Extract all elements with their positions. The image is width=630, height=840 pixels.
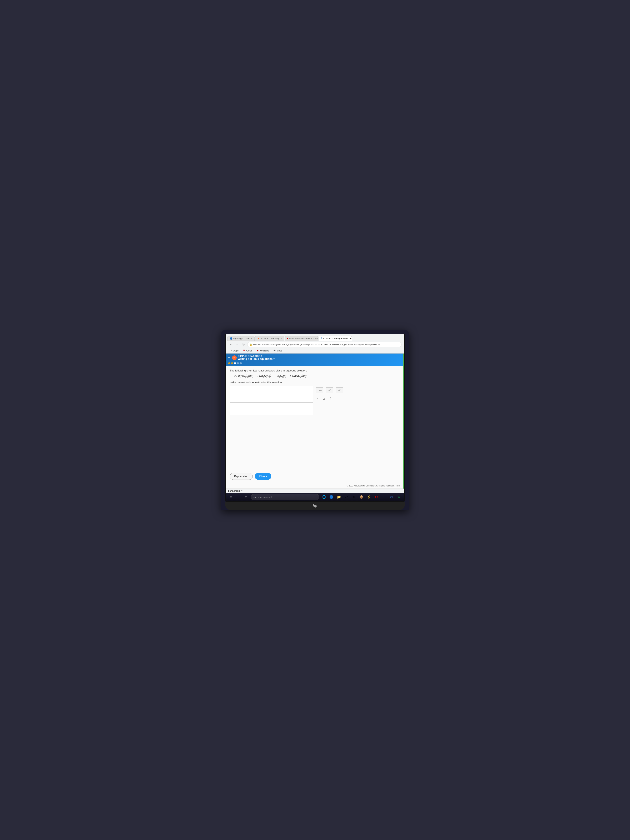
- help-button[interactable]: ?: [328, 396, 332, 402]
- bookmarks-bar: ⚙ Apps M Gmail ▶ YouTube 🗺 Maps: [227, 348, 403, 353]
- bookmark-gmail[interactable]: M Gmail: [242, 349, 253, 352]
- windows-start-button[interactable]: ⊞: [228, 494, 234, 500]
- tab-favicon-aleks-learn: A: [321, 337, 322, 340]
- equation-input-field[interactable]: [230, 403, 313, 415]
- clear-button[interactable]: ×: [316, 396, 319, 402]
- bookmark-label-gmail: Gmail: [246, 349, 252, 352]
- tab-label-aleks-learn: ALEKS - Lindsay Brooks - Learn: [323, 337, 352, 340]
- windows-taskbar: ⊞ ○ ⊡ ype here to search 🌐 🔵 📁 🛡 ✉ 📦 ⚡ O…: [226, 493, 404, 501]
- back-button[interactable]: ←: [229, 342, 234, 347]
- tab-aleks-chem[interactable]: ● ALEKS Chemistry ✕: [255, 336, 284, 341]
- section-tag: SIMPLE REACTIONS: [238, 355, 275, 357]
- aleks-title-block: SIMPLE REACTIONS Writing net ionic equat…: [238, 355, 275, 361]
- dropbox-icon[interactable]: 📦: [358, 494, 365, 500]
- answer-box-wrapper: [230, 386, 313, 415]
- tab-favicon-aleks-chem: ●: [257, 337, 260, 340]
- tab-favicon-mcgraw: ■: [287, 337, 288, 340]
- question-intro: The following chemical reaction takes pl…: [230, 369, 400, 372]
- tab-mywings[interactable]: 🔵 myWings - UNF ✕: [227, 336, 254, 341]
- tab-aleks-learn[interactable]: A ALEKS - Lindsay Brooks - Learn ✕: [319, 336, 352, 341]
- browser-chrome: 🔵 myWings - UNF ✕ ● ALEKS Chemistry ✕ ■ …: [226, 335, 404, 354]
- aleks-header: ≡ ●● SIMPLE REACTIONS Writing net ionic …: [226, 354, 404, 366]
- edge-icon[interactable]: 🌐: [321, 494, 327, 500]
- hamburger-icon[interactable]: ≡: [228, 355, 231, 360]
- apps-icon: ⚙: [230, 349, 233, 352]
- laptop-bottom-bezel: hp: [225, 502, 405, 510]
- download-chevron-icon[interactable]: ^: [242, 489, 243, 492]
- search-taskbar-icon: ○: [238, 496, 239, 499]
- progress-dot-1: [228, 362, 230, 365]
- office-icon[interactable]: O: [374, 494, 379, 500]
- topic-title: Writing net ionic equations: [238, 357, 273, 360]
- subscript-icon: □→□: [317, 389, 322, 392]
- teams-icon[interactable]: T: [381, 494, 387, 500]
- maps-icon: 🗺: [273, 349, 276, 352]
- word-icon[interactable]: W: [388, 494, 395, 500]
- page-footer: © 2021 McGraw-Hill Education. All Rights…: [226, 483, 404, 488]
- tab-label-mcgraw: McGraw-Hill Education Campus: [289, 337, 318, 340]
- answer-area: □→□ □□ □0 × ↺ ?: [230, 386, 400, 415]
- explanation-button[interactable]: Explanation: [230, 473, 253, 480]
- main-area: The following chemical reaction takes pl…: [226, 366, 404, 470]
- bookmark-youtube[interactable]: ▶ YouTube: [256, 349, 270, 352]
- bookmark-apps[interactable]: ⚙ Apps: [229, 349, 239, 352]
- file-explorer-icon[interactable]: 📁: [336, 494, 342, 500]
- bookmark-label-apps: Apps: [233, 349, 238, 352]
- taskbar-search-box[interactable]: ype here to search: [251, 494, 319, 500]
- progress-dot-4: [237, 362, 239, 365]
- bookmark-maps[interactable]: 🗺 Maps: [272, 349, 283, 352]
- tools-row-2: × ↺ ?: [316, 396, 343, 402]
- tab-mcgraw[interactable]: ■ McGraw-Hill Education Campus ✕: [285, 336, 318, 341]
- taskbar-system-icons: 🌐 🔵 📁 🛡 ✉ 📦 ⚡ O T W X: [321, 494, 402, 500]
- progress-dots: [226, 362, 404, 366]
- subscript-tool-button[interactable]: □→□: [316, 387, 323, 393]
- mail-icon[interactable]: ✉: [351, 494, 357, 500]
- answer-input-box[interactable]: [230, 386, 313, 403]
- progress-dot-5: [240, 362, 242, 365]
- bookmark-label-youtube: YouTube: [260, 349, 269, 352]
- address-text: www-awn.aleks.com/alekscgi/x/Isl.exe/1o_…: [253, 344, 380, 346]
- windows-security-icon[interactable]: 🛡: [344, 494, 349, 500]
- taskbar-search-placeholder: ype here to search: [253, 496, 272, 498]
- tab-close-mywings[interactable]: ✕: [251, 337, 252, 339]
- superscript-tool-button[interactable]: □□: [325, 387, 333, 393]
- superscript-icon: □□: [328, 389, 330, 392]
- excel-icon[interactable]: X: [396, 494, 402, 500]
- bookmark-label-maps: Maps: [277, 349, 282, 352]
- lightning-icon[interactable]: ⚡: [366, 494, 372, 500]
- gmail-icon: M: [243, 349, 246, 352]
- tab-label-aleks-chem: ALEKS Chemistry: [261, 337, 279, 340]
- fraction-tool-button[interactable]: □0: [336, 387, 343, 393]
- write-prompt: Write the net ionic equation for this re…: [230, 381, 400, 384]
- footer-text: © 2021 McGraw-Hill Education. All Rights…: [347, 485, 400, 487]
- lock-icon: 🔒: [249, 343, 252, 346]
- download-filename: banner.jpg: [228, 489, 240, 492]
- hp-logo: hp: [313, 504, 317, 508]
- aleks-logo-circle: ●●: [232, 355, 237, 360]
- windows-icon: ⊞: [230, 496, 232, 499]
- forward-button[interactable]: →: [235, 342, 240, 347]
- search-taskbar-button[interactable]: ○: [235, 494, 242, 500]
- new-tab-button[interactable]: +: [352, 335, 357, 341]
- chrome-icon[interactable]: 🔵: [328, 494, 335, 500]
- tab-label-mywings: myWings - UNF: [233, 337, 249, 340]
- download-bar: banner.jpg ^: [226, 488, 404, 493]
- tools-row-1: □→□ □□ □0: [316, 387, 343, 393]
- refresh-button[interactable]: ↻: [241, 342, 246, 347]
- task-view-button[interactable]: ⊡: [243, 494, 249, 500]
- bottom-bar: Explanation Check: [226, 470, 404, 483]
- address-bar[interactable]: 🔒 www-awn.aleks.com/alekscgi/x/Isl.exe/1…: [247, 342, 401, 347]
- text-cursor: [232, 388, 232, 391]
- check-button[interactable]: Check: [255, 473, 271, 480]
- progress-indicator-bar: [403, 354, 404, 488]
- progress-dot-2: [231, 362, 233, 365]
- tab-favicon-mywings: 🔵: [230, 337, 232, 340]
- chevron-down-icon[interactable]: ▾: [273, 357, 275, 361]
- undo-button[interactable]: ↺: [322, 396, 326, 402]
- progress-dot-3: [234, 362, 236, 365]
- tab-close-aleks-chem[interactable]: ✕: [280, 337, 282, 339]
- equation-tools: □→□ □□ □0 × ↺ ?: [316, 387, 343, 402]
- fraction-icon: □0: [338, 389, 340, 392]
- task-view-icon: ⊡: [245, 496, 247, 499]
- address-bar-row: ← → ↻ 🔒 www-awn.aleks.com/alekscgi/x/Isl…: [227, 341, 403, 348]
